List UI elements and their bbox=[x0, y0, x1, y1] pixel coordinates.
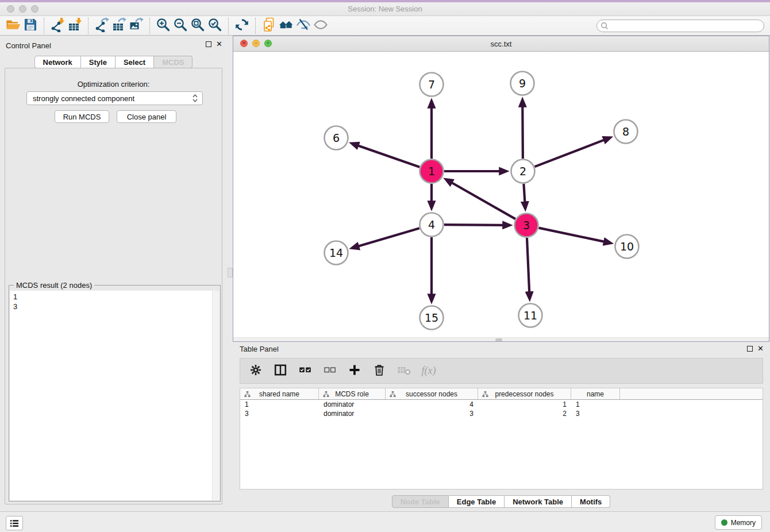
tab-motifs[interactable]: Motifs bbox=[572, 495, 610, 508]
application-window: Session: New Session Control Panel ✕ Opt… bbox=[0, 0, 770, 532]
column-header-label: successor nodes bbox=[406, 390, 457, 398]
table-cell[interactable]: 1 bbox=[478, 400, 571, 408]
import-network-button[interactable] bbox=[49, 17, 66, 34]
add-icon bbox=[348, 363, 361, 379]
tab-select[interactable]: Select bbox=[116, 56, 154, 68]
graph-node-15[interactable]: 15 bbox=[420, 306, 444, 330]
mcds-result-list[interactable]: 13 bbox=[10, 291, 220, 500]
column-header-shared-name[interactable]: shared name bbox=[240, 388, 319, 399]
panel-divider-grip[interactable] bbox=[228, 268, 233, 277]
column-header-label: predecessor nodes bbox=[495, 390, 553, 398]
toolbar-separator bbox=[149, 18, 150, 34]
svg-text:2: 2 bbox=[519, 165, 526, 178]
save-session-button[interactable] bbox=[22, 17, 39, 34]
tab-style[interactable]: Style bbox=[81, 56, 116, 68]
network-documents-button[interactable] bbox=[260, 17, 278, 34]
graph-node-11[interactable]: 11 bbox=[519, 304, 542, 327]
close-panel-icon[interactable]: ✕ bbox=[216, 41, 222, 47]
hide-panels-button[interactable] bbox=[295, 17, 312, 34]
network-graph[interactable]: 7968124314101511 bbox=[233, 52, 769, 338]
column-header-successor-nodes[interactable]: successor nodes bbox=[386, 388, 478, 399]
graph-node-6[interactable]: 6 bbox=[325, 126, 348, 150]
table-cell[interactable]: dominator bbox=[319, 400, 386, 408]
float-panel-icon[interactable] bbox=[206, 41, 211, 47]
show-panels-button[interactable] bbox=[312, 17, 329, 34]
table-cell[interactable]: dominator bbox=[319, 410, 386, 418]
search-input[interactable] bbox=[611, 22, 760, 30]
network-hscrollbar[interactable] bbox=[233, 337, 769, 341]
table-cell[interactable]: 3 bbox=[240, 410, 319, 418]
refresh-button[interactable] bbox=[233, 17, 251, 34]
float-table-panel-icon[interactable] bbox=[747, 346, 753, 352]
zoom-fit-button[interactable] bbox=[189, 17, 206, 34]
export-image-icon bbox=[129, 17, 144, 34]
graph-node-1[interactable]: 1 bbox=[420, 160, 444, 183]
import-table-button[interactable] bbox=[66, 17, 83, 34]
graph-node-3[interactable]: 3 bbox=[515, 214, 538, 237]
column-header-name[interactable]: name bbox=[571, 388, 620, 399]
table-cell[interactable]: 3 bbox=[386, 410, 478, 418]
zoom-in-button[interactable] bbox=[155, 17, 172, 34]
search-box[interactable] bbox=[596, 20, 764, 32]
criterion-select[interactable]: strongly connected component bbox=[26, 91, 203, 105]
mcds-panel: Optimization criterion: strongly connect… bbox=[5, 68, 222, 504]
graph-edge-1-6[interactable] bbox=[358, 145, 419, 167]
trash-button[interactable] bbox=[371, 363, 388, 380]
export-image-button[interactable] bbox=[128, 17, 145, 34]
table-cell[interactable]: 3 bbox=[571, 410, 620, 418]
graph-node-9[interactable]: 9 bbox=[511, 72, 534, 95]
graph-node-2[interactable]: 2 bbox=[511, 160, 535, 183]
graph-node-14[interactable]: 14 bbox=[325, 241, 348, 265]
table-cell[interactable]: 1 bbox=[240, 400, 319, 408]
memory-button[interactable]: Memory bbox=[715, 515, 762, 530]
tab-node-table[interactable]: Node Table bbox=[392, 495, 449, 508]
tab-network[interactable]: Network bbox=[34, 56, 81, 68]
column-header-label: MCDS role bbox=[335, 390, 369, 398]
zoom-selected-button[interactable] bbox=[206, 17, 224, 34]
graph-edge-2-9[interactable] bbox=[522, 107, 523, 159]
graph-edge-2-8[interactable] bbox=[535, 140, 605, 167]
graph-edge-2-3[interactable] bbox=[523, 184, 525, 202]
tab-network-table[interactable]: Network Table bbox=[505, 495, 572, 508]
graph-node-4[interactable]: 4 bbox=[420, 213, 444, 237]
fx-button[interactable]: f(x) bbox=[420, 363, 437, 380]
network-hscroll-thumb[interactable] bbox=[495, 338, 502, 341]
table-cell[interactable]: 1 bbox=[571, 400, 620, 408]
table-cell[interactable]: 2 bbox=[478, 410, 571, 418]
column-header-MCDS-role[interactable]: MCDS role bbox=[319, 388, 386, 399]
window-titlebar: Session: New Session bbox=[0, 2, 770, 16]
graph-edge-4-14[interactable] bbox=[359, 228, 419, 246]
graph-node-10[interactable]: 10 bbox=[615, 235, 639, 259]
gear-button[interactable] bbox=[247, 363, 264, 380]
unselect-all-button[interactable] bbox=[321, 363, 338, 380]
show-panels-icon bbox=[313, 17, 328, 34]
run-mcds-button[interactable]: Run MCDS bbox=[55, 110, 109, 123]
tab-mcds[interactable]: MCDS bbox=[154, 56, 192, 68]
graph-edge-3-10[interactable] bbox=[539, 228, 605, 242]
close-panel-button[interactable]: Close panel bbox=[117, 110, 176, 123]
zoom-out-button[interactable] bbox=[172, 17, 189, 34]
tab-edge-table[interactable]: Edge Table bbox=[449, 495, 505, 508]
graph-edge-3-11[interactable] bbox=[527, 238, 529, 292]
import-network-icon bbox=[50, 17, 65, 34]
table-row[interactable]: 1dominator411 bbox=[240, 400, 763, 409]
add-button[interactable] bbox=[346, 363, 363, 380]
open-file-button[interactable] bbox=[5, 17, 22, 34]
select-all-button[interactable] bbox=[297, 363, 314, 380]
graph-node-8[interactable]: 8 bbox=[614, 120, 638, 144]
network-canvas[interactable]: 7968124314101511 bbox=[233, 52, 769, 341]
graph-edge-4-3[interactable] bbox=[444, 225, 503, 225]
home-button[interactable] bbox=[278, 17, 295, 34]
graph-edge-3-1[interactable] bbox=[452, 183, 515, 219]
column-header-predecessor-nodes[interactable]: predecessor nodes bbox=[478, 388, 571, 399]
delete-column-button[interactable] bbox=[395, 363, 413, 380]
table-row[interactable]: 3dominator323 bbox=[240, 409, 763, 418]
export-network-button[interactable] bbox=[93, 17, 110, 34]
graph-node-7[interactable]: 7 bbox=[420, 73, 444, 97]
close-table-panel-icon[interactable]: ✕ bbox=[757, 346, 764, 352]
task-history-button[interactable] bbox=[6, 516, 23, 530]
columns-button[interactable] bbox=[272, 363, 289, 380]
export-table-button[interactable] bbox=[110, 17, 128, 34]
table-cell[interactable]: 4 bbox=[386, 400, 478, 408]
result-scrollbar[interactable] bbox=[212, 291, 220, 500]
